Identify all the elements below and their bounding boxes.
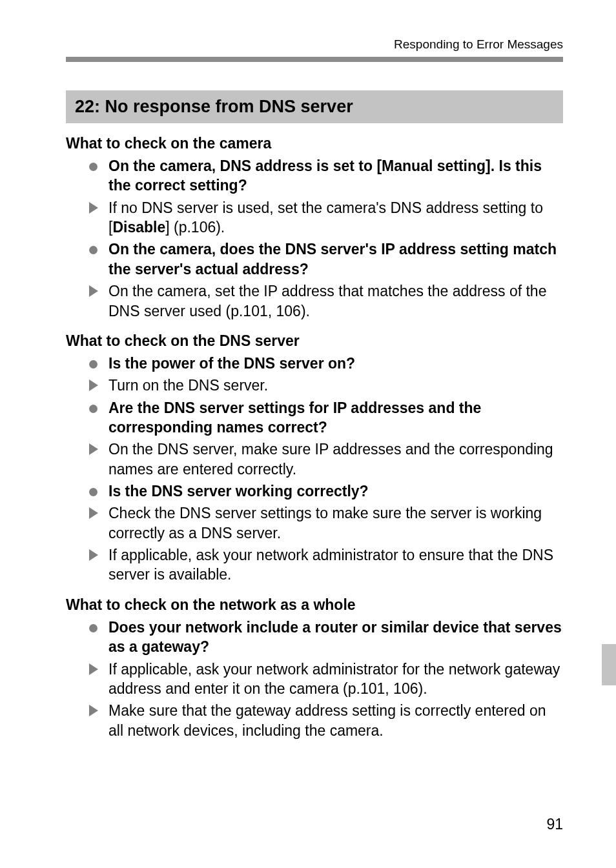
page-number: 91	[546, 816, 563, 833]
item-text: On the camera, DNS address is set to [Ma…	[108, 157, 542, 194]
item-text: If applicable, ask your network administ…	[108, 547, 553, 583]
section-heading: What to check on the camera	[66, 135, 563, 152]
item-text: On the camera, does the DNS server's IP …	[108, 241, 557, 277]
item-text: On the DNS server, make sure IP addresse…	[108, 441, 553, 477]
error-title: 22: No response from DNS server	[66, 90, 563, 123]
header-rule	[66, 57, 563, 62]
section-list: Is the power of the DNS server on? Turn …	[66, 354, 563, 585]
bullet-arrow-icon	[89, 379, 98, 391]
list-item: Check the DNS server settings to make su…	[89, 503, 563, 543]
item-text: If applicable, ask your network administ…	[108, 661, 560, 697]
bullet-dot-icon	[89, 360, 98, 368]
item-text: Is the DNS server working correctly?	[108, 483, 369, 500]
section-heading: What to check on the network as a whole	[66, 596, 563, 614]
list-item: On the DNS server, make sure IP addresse…	[89, 439, 563, 479]
item-text: Check the DNS server settings to make su…	[108, 505, 542, 541]
bullet-arrow-icon	[89, 507, 98, 519]
bullet-arrow-icon	[89, 705, 98, 716]
item-text: Are the DNS server settings for IP addre…	[108, 399, 481, 436]
bullet-dot-icon	[89, 246, 98, 254]
bullet-dot-icon	[89, 163, 98, 171]
bullet-arrow-icon	[89, 285, 98, 297]
list-item: Are the DNS server settings for IP addre…	[89, 398, 563, 438]
list-item: If applicable, ask your network administ…	[89, 545, 563, 585]
item-text: Is the power of the DNS server on?	[108, 355, 355, 372]
list-item: Turn on the DNS server.	[89, 376, 563, 395]
list-item: Is the DNS server working correctly?	[89, 481, 563, 501]
list-item: On the camera, does the DNS server's IP …	[89, 239, 563, 279]
list-item: If no DNS server is used, set the camera…	[89, 198, 563, 237]
section-list: On the camera, DNS address is set to [Ma…	[66, 156, 563, 321]
bullet-dot-icon	[89, 624, 98, 632]
item-text: Turn on the DNS server.	[108, 377, 268, 394]
list-item: Does your network include a router or si…	[89, 618, 563, 657]
item-text: Does your network include a router or si…	[108, 619, 562, 655]
item-text: Make sure that the gateway address setti…	[108, 702, 546, 738]
item-text: On the camera, set the IP address that m…	[108, 283, 546, 319]
list-item: On the camera, DNS address is set to [Ma…	[89, 156, 563, 196]
running-head: Responding to Error Messages	[66, 37, 563, 52]
section-list: Does your network include a router or si…	[66, 618, 563, 740]
section-heading: What to check on the DNS server	[66, 332, 563, 350]
bullet-arrow-icon	[89, 202, 98, 214]
list-item: Make sure that the gateway address setti…	[89, 701, 563, 740]
bullet-arrow-icon	[89, 663, 98, 675]
list-item: If applicable, ask your network administ…	[89, 660, 563, 699]
list-item: On the camera, set the IP address that m…	[89, 281, 563, 321]
list-item: Is the power of the DNS server on?	[89, 354, 563, 373]
page: Responding to Error Messages 22: No resp…	[0, 0, 616, 868]
side-tab	[602, 644, 616, 685]
bullet-dot-icon	[89, 488, 98, 496]
bullet-arrow-icon	[89, 443, 98, 455]
item-text: If no DNS server is used, set the camera…	[108, 199, 543, 236]
bullet-dot-icon	[89, 405, 98, 413]
bullet-arrow-icon	[89, 549, 98, 561]
